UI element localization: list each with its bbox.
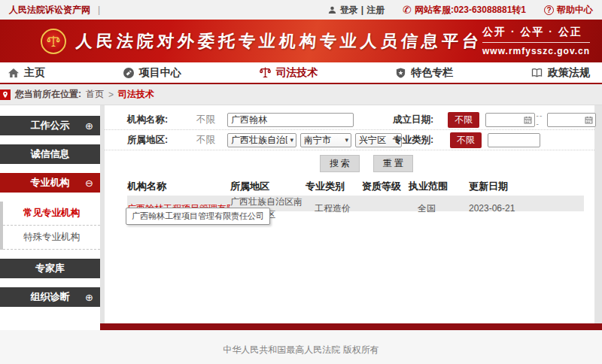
nav-item-judicial-tech[interactable]: 司法技术 — [259, 66, 318, 80]
calendar-icon — [524, 116, 532, 124]
results-table: 机构名称 所属地区 专业类别 资质等级 执业范围 更新日期 广西翰林工程项目管理… — [105, 177, 594, 211]
main-nav: 主页 项目中心 司法技术 特色专栏 政策法规 — [0, 62, 602, 84]
nav-item-home[interactable]: 主页 — [8, 66, 45, 80]
org-name-unlimited-option[interactable]: 不限 — [196, 114, 215, 126]
table-header-row: 机构名称 所属地区 专业类别 资质等级 执业范围 更新日期 — [127, 177, 584, 196]
established-date-label: 成立日期: — [393, 114, 437, 126]
sidebar-item-label: 诚信信息 — [31, 147, 70, 161]
nav-label: 司法技术 — [276, 66, 318, 80]
page-footer: 中华人民共和国最高人民法院 版权所有 — [0, 330, 602, 364]
auth-separator: | — [361, 5, 363, 15]
province-select-value: 广西壮族自治区 — [231, 134, 287, 147]
slogan-text: 公开 · 公平 · 公正 — [482, 26, 590, 43]
help-icon: ? — [544, 5, 554, 15]
topbar-right: 登录 | 注册 ✆ 网站客服:023-63088881转1 ? 帮助中心 — [314, 4, 593, 17]
cell-category: 工程造价 — [306, 202, 362, 215]
nav-item-project-center[interactable]: 项目中心 — [123, 66, 181, 80]
nav-label: 项目中心 — [139, 66, 181, 80]
breadcrumb-prefix: 您当前所在位置: — [15, 88, 81, 101]
col-header-region: 所属地区 — [230, 180, 306, 193]
expand-icon[interactable]: ⊕ — [85, 120, 93, 132]
col-header-grade: 资质等级 — [362, 180, 409, 193]
scales-emblem-icon — [46, 34, 61, 49]
category-input[interactable] — [488, 133, 540, 147]
cell-date: 2023-06-21 — [469, 203, 584, 214]
page-body: 工作公示 ⊕ 诚信信息 专业机构 ⊖ 常见专业机构 特殊专业机构 专家库 组织诊… — [0, 105, 602, 323]
banner-right: 公开 · 公平 · 公正 www.rmfysszc.gov.cn — [482, 26, 590, 56]
service-hotline-text: 网站客服:023-63088881转1 — [415, 4, 526, 17]
region-unlimited-option[interactable]: 不限 — [196, 134, 215, 147]
help-center-link[interactable]: 帮助中心 — [557, 4, 593, 17]
service-hotline: ✆ 网站客服:023-63088881转1 — [403, 4, 526, 17]
col-header-date: 更新日期 — [469, 180, 584, 193]
top-utility-bar: 人民法院诉讼资产网 | 登录 | 注册 ✆ 网站客服:023-63088881转… — [0, 0, 602, 20]
region-label: 所属地区: — [127, 134, 180, 147]
main-panel: 机构名称: 不限 成立日期: 不限 --- 所属地区: 不限 广西壮族自治区 ▾ — [105, 105, 594, 323]
org-name-label: 机构名称: — [127, 114, 180, 126]
location-pin-icon — [2, 91, 9, 99]
auth-links: 登录 | 注册 — [327, 4, 385, 17]
expand-icon[interactable]: ⊕ — [85, 292, 93, 303]
topbar-divider: | — [98, 5, 100, 15]
collapse-icon[interactable]: ⊖ — [85, 177, 93, 189]
submenu-item-special-orgs[interactable]: 特殊专业机构 — [3, 226, 100, 250]
breadcrumb: 您当前所在位置: 首页 > 司法技术 — [0, 84, 602, 105]
breadcrumb-home-link[interactable]: 首页 — [86, 88, 104, 101]
project-center-icon — [123, 67, 135, 79]
established-start-date-input[interactable] — [485, 113, 534, 127]
sidebar-menu: 工作公示 ⊕ 诚信信息 专业机构 ⊖ 常见专业机构 特殊专业机构 专家库 组织诊… — [0, 105, 100, 323]
sidebar-item-org-diagnosis[interactable]: 组织诊断 ⊕ — [0, 287, 100, 307]
nav-label: 主页 — [24, 66, 45, 80]
asset-site-link[interactable]: 人民法院诉讼资产网 — [9, 4, 90, 17]
category-label: 专业类别: — [393, 134, 439, 147]
register-link[interactable]: 注册 — [366, 4, 385, 17]
login-link[interactable]: 登录 — [340, 4, 358, 17]
filter-row-name-date: 机构名称: 不限 成立日期: 不限 --- — [105, 110, 594, 130]
filter-actions: 搜索 重置 — [105, 153, 594, 173]
sidebar-item-professional-orgs[interactable]: 专业机构 ⊖ — [0, 173, 100, 193]
chevron-down-icon: ▾ — [290, 136, 293, 144]
nav-label: 政策法规 — [548, 66, 590, 80]
sidebar-item-label: 专家库 — [35, 262, 65, 275]
sidebar-item-label: 工作公示 — [31, 119, 70, 132]
date-range-separator: --- — [537, 111, 546, 128]
breadcrumb-separator: > — [108, 89, 114, 100]
nav-item-special-column[interactable]: 特色专栏 — [395, 66, 453, 80]
nav-item-policy[interactable]: 政策法规 — [531, 66, 590, 80]
sidebar-item-label: 组织诊断 — [31, 290, 70, 304]
established-end-date-input[interactable] — [547, 113, 596, 127]
search-button[interactable]: 搜索 — [320, 155, 360, 172]
calendar-icon — [585, 116, 593, 124]
col-header-org-name: 机构名称 — [127, 180, 230, 193]
sidebar-item-work-publicity[interactable]: 工作公示 ⊕ — [0, 116, 100, 135]
site-url-text: www.rmfysszc.gov.cn — [482, 46, 590, 56]
district-select-value: 兴宁区 — [359, 134, 393, 147]
platform-title: 人民法院对外委托专业机构专业人员信息平台 — [75, 30, 484, 53]
breadcrumb-current: 司法技术 — [118, 88, 154, 101]
site-banner: 人民法院对外委托专业机构专业人员信息平台 公开 · 公平 · 公正 www.rm… — [0, 20, 602, 62]
city-select[interactable]: 南宁市 ▾ — [300, 133, 351, 147]
copyright-text: 中华人民共和国最高人民法院 版权所有 — [223, 344, 379, 356]
sidebar-item-label: 专业机构 — [31, 176, 70, 190]
col-header-scope: 执业范围 — [409, 180, 469, 193]
established-unlimited-button[interactable]: 不限 — [448, 112, 479, 128]
province-select[interactable]: 广西壮族自治区 ▾ — [227, 133, 296, 147]
org-name-tooltip: 广西翰林工程项目管理有限责任公司 — [126, 208, 270, 225]
submenu-item-common-orgs[interactable]: 常见专业机构 — [3, 202, 100, 226]
sidebar-item-expert-pool[interactable]: 专家库 — [0, 259, 100, 278]
org-name-input[interactable] — [227, 113, 354, 127]
shield-star-icon — [395, 67, 406, 79]
nav-label: 特色专栏 — [411, 66, 453, 80]
home-icon — [8, 67, 20, 79]
court-emblem-logo — [41, 29, 66, 54]
bottom-red-divider — [100, 323, 602, 330]
established-date-group: 成立日期: 不限 --- — [393, 111, 596, 128]
help-center: ? 帮助中心 — [544, 4, 593, 17]
reset-button[interactable]: 重置 — [373, 155, 413, 172]
location-pin-box — [0, 89, 11, 100]
chevron-down-icon: ▾ — [345, 136, 348, 144]
scales-icon — [259, 66, 272, 79]
filter-row-region-category: 所属地区: 不限 广西壮族自治区 ▾ 南宁市 ▾ 兴宁区 ▾ 专业类别: 不限 — [105, 130, 594, 150]
sidebar-item-integrity-info[interactable]: 诚信信息 — [0, 144, 100, 164]
category-unlimited-button[interactable]: 不限 — [450, 132, 482, 148]
